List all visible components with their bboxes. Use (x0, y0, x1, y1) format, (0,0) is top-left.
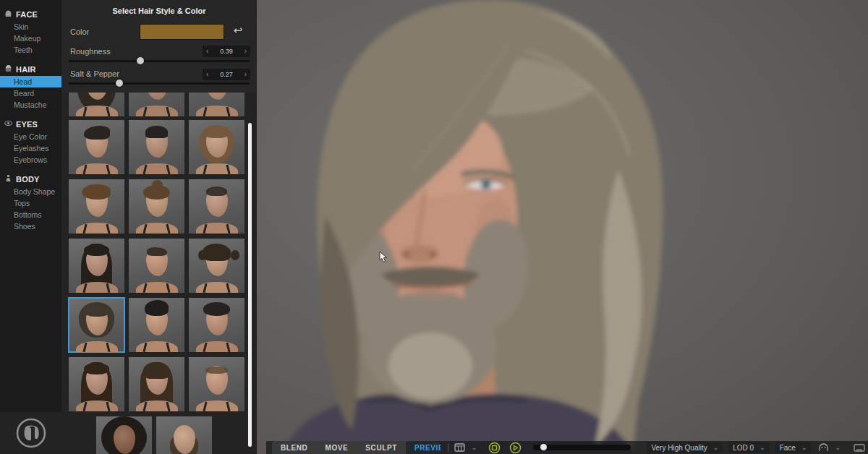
hair-style-thumbnail-bun[interactable] (129, 179, 184, 234)
timeline-slider[interactable] (533, 445, 631, 450)
sidebar-section-hair: HAIRHeadBeardMustache (0, 62, 61, 111)
hair-style-thumbnail-afro[interactable] (96, 416, 152, 454)
sidebar-item-beard[interactable]: Beard (0, 87, 61, 99)
sculpt-mode-button[interactable]: SCULPT (357, 441, 406, 454)
increment-arrow-icon[interactable]: › (244, 46, 247, 57)
hair-style-thumbnail-long-straight[interactable] (69, 357, 124, 411)
preview-mode-button[interactable]: PREVIEW (406, 441, 441, 454)
sidebar-item-makeup[interactable]: Makeup (0, 33, 61, 44)
roughness-slider-knob[interactable] (137, 57, 144, 64)
thumbnail-part (196, 282, 238, 293)
thumbnail-part (145, 300, 169, 316)
hair-style-thumbnail-short-side[interactable] (189, 93, 244, 116)
hair-style-grid (61, 93, 257, 454)
thumbnail-part (143, 185, 170, 200)
sidebar-item-mustache[interactable]: Mustache (0, 99, 61, 111)
hair-style-thumbnail-bald-fringe[interactable] (156, 416, 212, 454)
thumbnail-part (136, 223, 178, 234)
character-viewport[interactable] (257, 0, 868, 454)
film-strip-icon[interactable] (454, 443, 465, 452)
thumbnail-part (143, 362, 170, 379)
hair-style-thumbnail-short-side[interactable] (129, 93, 184, 116)
quality-dropdown[interactable]: Very High Quality⌄ (647, 442, 723, 453)
sidebar-section-header: BODY (0, 172, 61, 186)
salt-pepper-slider-track[interactable] (69, 82, 250, 85)
body-icon (4, 174, 12, 184)
sidebar-item-eye-color[interactable]: Eye Color (0, 131, 61, 142)
salt-pepper-spinbox: ‹0.27› (203, 69, 250, 80)
undo-icon[interactable]: ↩ (230, 22, 246, 38)
roughness-slider-track[interactable] (69, 60, 250, 62)
face-dropdown[interactable]: Face⌄ (775, 442, 812, 453)
hair-style-thumbnail-long-bangs[interactable] (129, 357, 184, 411)
thumbnail-part (82, 184, 111, 200)
hair-style-thumbnail-side-part[interactable] (69, 120, 124, 174)
sidebar-section-header: HAIR (0, 62, 61, 76)
thumbnail-part (136, 341, 178, 352)
sidebar-item-eyelashes[interactable]: Eyelashes (0, 142, 61, 154)
hair-style-thumbnail-balding[interactable] (189, 357, 244, 411)
hair-style-thumbnail-short-curly[interactable] (189, 298, 244, 352)
category-sidebar: FACESkinMakeupTeethHAIRHeadBeardMustache… (0, 0, 61, 454)
panel-title: Select Hair Style & Color (61, 7, 257, 15)
hair-grid-row (69, 239, 257, 293)
color-label: Color (70, 27, 89, 36)
hair-style-thumbnail-med-wavy[interactable] (189, 120, 244, 174)
thumbnail-part (203, 126, 230, 138)
hair-style-thumbnail-long-curly[interactable] (69, 93, 124, 116)
move-mode-button[interactable]: MOVE (316, 441, 357, 454)
thumbnail-part (136, 401, 178, 411)
blend-mode-button[interactable]: BLEND (272, 441, 316, 454)
decrement-arrow-icon[interactable]: ‹ (206, 46, 208, 57)
hair-style-thumbnail-bangs-buns[interactable] (189, 239, 244, 293)
sidebar-item-head[interactable]: Head (0, 76, 61, 87)
timeline-slider-track[interactable] (533, 445, 631, 450)
sidebar-item-shoes[interactable]: Shoes (0, 220, 61, 232)
salt-pepper-value[interactable]: 0.27 (220, 71, 233, 78)
sidebar-section-eyes: EYESEye ColorEyelashesEyebrows (0, 117, 61, 166)
roughness-spinbox: ‹0.39› (203, 46, 250, 57)
hair-color-swatch[interactable] (140, 24, 224, 40)
thumbnail-part (145, 126, 168, 138)
sidebar-section-body: BODYBody ShapeTopsBottomsShoes (0, 172, 61, 232)
sidebar-item-tops[interactable]: Tops (0, 197, 61, 209)
chevron-down-icon[interactable]: ⌄ (471, 444, 477, 451)
thumbnail-part (147, 247, 167, 256)
sidebar-section-face: FACESkinMakeupTeeth (0, 7, 61, 56)
thumbnail-part (76, 223, 118, 234)
screen-icon[interactable] (854, 444, 865, 452)
hair-style-thumbnail-pixie[interactable] (69, 179, 124, 234)
sidebar-item-eyebrows[interactable]: Eyebrows (0, 154, 61, 166)
dropdown-selected-value: LOD 0 (733, 444, 754, 452)
sidebar-item-body-shape[interactable]: Body Shape (0, 186, 61, 197)
hair-style-thumbnail-slick[interactable] (129, 120, 184, 174)
stop-circle-icon[interactable] (488, 442, 501, 454)
chevron-down-icon[interactable]: ⌄ (835, 444, 841, 451)
hair-style-thumbnail-receding[interactable] (129, 239, 184, 293)
hair-style-thumbnail-shag[interactable] (69, 298, 124, 352)
thumbnail-head (206, 93, 228, 100)
toolbar-divider (448, 443, 448, 452)
thumbnail-part (196, 401, 238, 411)
play-circle-icon[interactable] (509, 442, 522, 454)
thumbnail-part (84, 126, 110, 140)
lod-dropdown[interactable]: LOD 0⌄ (728, 442, 769, 453)
thumbnail-part (76, 341, 118, 352)
hair-style-thumbnail-quiff[interactable] (129, 298, 184, 352)
thumbnail-part (76, 401, 118, 411)
sidebar-item-teeth[interactable]: Teeth (0, 44, 61, 56)
face-preview-icon[interactable] (818, 442, 829, 453)
hair-style-thumbnail-buzz[interactable] (189, 179, 244, 234)
dropdown-selected-value: Face (780, 444, 796, 452)
unreal-engine-logo (0, 412, 61, 454)
salt-pepper-slider-knob[interactable] (116, 80, 123, 87)
sidebar-item-skin[interactable]: Skin (0, 21, 61, 33)
hair-style-panel: Select Hair Style & Color Color ↩ Roughn… (61, 0, 257, 454)
hair-style-thumbnail-long-straight[interactable] (69, 239, 124, 293)
increment-arrow-icon[interactable]: › (244, 69, 247, 80)
decrement-arrow-icon[interactable]: ‹ (206, 69, 208, 80)
thumbnail-part (203, 244, 231, 261)
roughness-value[interactable]: 0.39 (220, 48, 233, 55)
grid-scrollbar[interactable] (248, 123, 252, 447)
sidebar-item-bottoms[interactable]: Bottoms (0, 209, 61, 220)
